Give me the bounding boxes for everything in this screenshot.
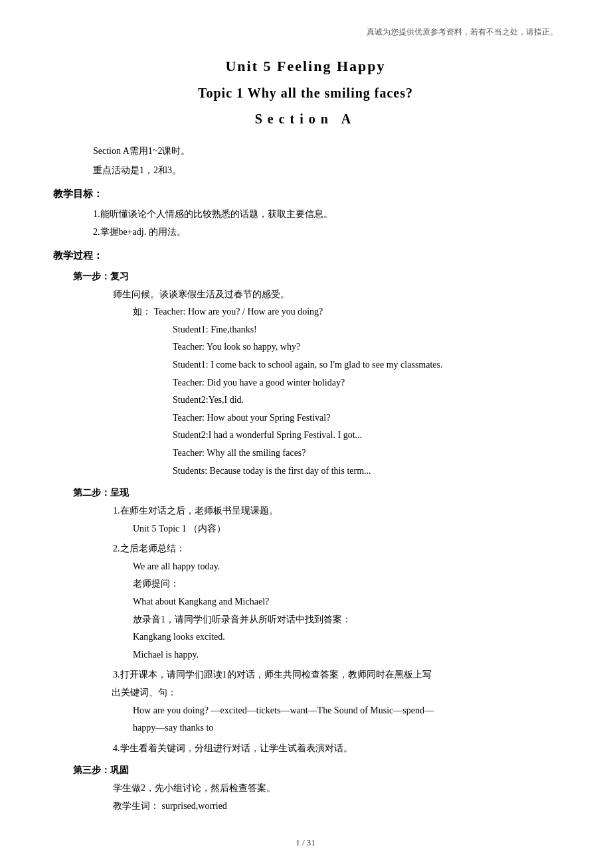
title-unit: Unit 5 Feeling Happy	[53, 58, 558, 75]
watermark: 真诚为您提供优质参考资料，若有不当之处，请指正。	[53, 27, 558, 38]
step2-heading: 第二步：呈现	[73, 484, 558, 502]
step2-item3-sub2: happy—say thanks to	[133, 719, 558, 737]
step2-item2-sub4: 放录音1，请同学们听录音并从所听对话中找到答案：	[133, 611, 558, 629]
step1-dialogue-0: Teacher: How are you? / How are you doin…	[154, 307, 323, 317]
teaching-goal-1: 1.能听懂谈论个人情感的比较熟悉的话题，获取主要信息。	[93, 206, 558, 224]
step2-item3-label: 3.打开课本，请同学们跟读1的对话，师生共同检查答案，教师同时在黑板上写	[113, 666, 558, 684]
step1-sub1: 师生问候。谈谈寒假生活及过春节的感受。	[113, 286, 558, 304]
step1-dialogue-2: Teacher: You look so happy, why?	[173, 338, 558, 356]
step1-dialogue-5: Student2:Yes,I did.	[173, 392, 558, 409]
teaching-goals-heading: 教学目标：	[53, 185, 558, 203]
step1-dialogue-1: Student1: Fine,thanks!	[173, 321, 558, 339]
step1-dialogue-8: Teacher: Why all the smiling faces?	[173, 445, 558, 463]
step2-item2-label: 2.之后老师总结：	[113, 540, 558, 558]
step2-item4-label: 4.学生看着关键词，分组进行对话，让学生试着表演对话。	[113, 740, 558, 758]
step1-dialogue-3: Student1: I come back to school again, s…	[173, 356, 558, 374]
title-section: Section A	[53, 111, 558, 127]
page: 真诚为您提供优质参考资料，若有不当之处，请指正。 Unit 5 Feeling …	[0, 0, 611, 868]
step1-dialogue-6: Teacher: How about your Spring Festival?	[173, 409, 558, 427]
step2-item1-label: 1.在师生对话之后，老师板书呈现课题。	[113, 502, 558, 520]
step2-item1-sub: Unit 5 Topic 1 （内容）	[133, 520, 558, 538]
step3-item1: 学生做2，先小组讨论，然后检查答案。	[113, 780, 558, 798]
step2-item2-sub3: What about Kangkang and Michael?	[133, 593, 558, 611]
step2-item3-label2: 出关键词、句：	[112, 684, 558, 702]
step1-dialogue-7: Student2:I had a wonderful Spring Festiv…	[173, 427, 558, 445]
step2-item2-sub2: 老师提问：	[133, 575, 558, 593]
step2-item3-sub1: How are you doing? —excited—tickets—want…	[133, 702, 558, 720]
step1-example-label: 如： Teacher: How are you? / How are you d…	[133, 303, 558, 321]
section-intro-line1: Section A需用1~2课时。	[93, 143, 558, 159]
step3-item2: 教学生词： surprised,worried	[113, 798, 558, 816]
step3-heading: 第三步：巩固	[73, 761, 558, 780]
step1-heading: 第一步：复习	[73, 267, 558, 286]
page-footer: 1 / 31	[0, 837, 611, 848]
step2-item2-sub6: Michael is happy.	[133, 646, 558, 664]
step2-item2-sub5: Kangkang looks excited.	[133, 628, 558, 646]
teaching-process-heading: 教学过程：	[53, 247, 558, 265]
step1-dialogue-9: Students: Because today is the first day…	[173, 463, 558, 480]
title-topic: Topic 1 Why all the smiling faces?	[53, 86, 558, 101]
step1-dialogue-4: Teacher: Did you have a good winter holi…	[173, 374, 558, 392]
teaching-goal-2: 2.掌握be+adj. 的用法。	[93, 224, 558, 242]
section-intro-line2: 重点活动是1，2和3。	[93, 162, 558, 179]
step2-item2-sub1: We are all happy today.	[133, 558, 558, 576]
